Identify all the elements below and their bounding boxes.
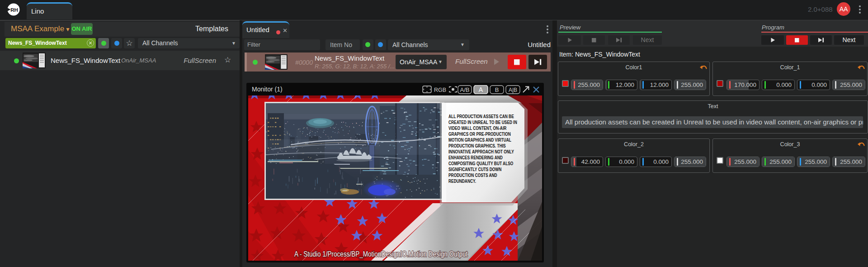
svg-text:B: B [495, 86, 499, 93]
svg-text:A|B: A|B [509, 87, 517, 93]
svg-text:COMPOSITING QUALITY BUT ALSO: COMPOSITING QUALITY BUT ALSO [448, 161, 514, 167]
svg-text:VIDEO WALL CONTENT, ON-AIR: VIDEO WALL CONTENT, ON-AIR [448, 125, 507, 131]
svg-text:MOTION GRAPHICS AND VIRTUAL: MOTION GRAPHICS AND VIRTUAL [448, 137, 511, 143]
svg-text:PRODUCTION COSTS AND: PRODUCTION COSTS AND [448, 172, 497, 178]
svg-text:CREATED IN UNREAL TO BE USED I: CREATED IN UNREAL TO BE USED IN [448, 119, 517, 125]
svg-text:ALL PRODUCTION ASSETS CAN BE: ALL PRODUCTION ASSETS CAN BE [448, 114, 514, 119]
svg-text:A - Studio 1/Process/BP_Motion: A - Studio 1/Process/BP_MotionDesignIO.M… [294, 250, 468, 258]
svg-text:A: A [479, 86, 483, 93]
svg-text:SIGNIFICANTLY CUTS DOWN: SIGNIFICANTLY CUTS DOWN [448, 167, 501, 172]
svg-text:RGB: RGB [434, 87, 446, 93]
svg-text:GRAPHICS OR PRE-PRODUCTION: GRAPHICS OR PRE-PRODUCTION [448, 131, 511, 137]
svg-text:PRODUCTION GRAPHICS. THIS: PRODUCTION GRAPHICS. THIS [448, 143, 506, 149]
svg-text:ENHANCES RENDERING AND: ENHANCES RENDERING AND [448, 155, 503, 161]
svg-text:REDUNDANCY.: REDUNDANCY. [448, 178, 476, 184]
svg-text:A/B: A/B [460, 86, 470, 93]
svg-text:RH: RH [10, 7, 18, 13]
svg-text:INNOVATIVE APPROACH NOT ONLY: INNOVATIVE APPROACH NOT ONLY [448, 149, 514, 155]
